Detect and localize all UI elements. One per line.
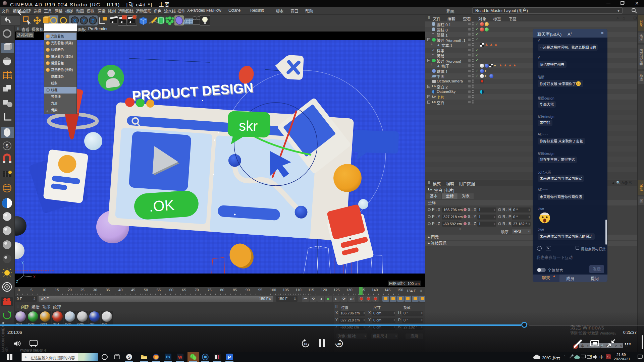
svg-text:.OK: .OK xyxy=(148,196,175,215)
svg-text:Z: Z xyxy=(91,18,94,23)
svg-text:X: X xyxy=(73,18,76,23)
svg-text:S: S xyxy=(607,355,609,359)
svg-text:Z: Z xyxy=(16,280,18,284)
svg-text:W: W xyxy=(178,355,182,360)
svg-text:Y: Y xyxy=(21,261,24,265)
svg-text:skr: skr xyxy=(238,118,258,134)
svg-text:S: S xyxy=(128,355,131,360)
svg-text:X: X xyxy=(33,275,36,279)
svg-text:Y: Y xyxy=(82,18,86,23)
svg-text:P: P xyxy=(228,355,231,360)
svg-text:Ps: Ps xyxy=(166,355,170,359)
svg-text:S: S xyxy=(5,143,8,148)
